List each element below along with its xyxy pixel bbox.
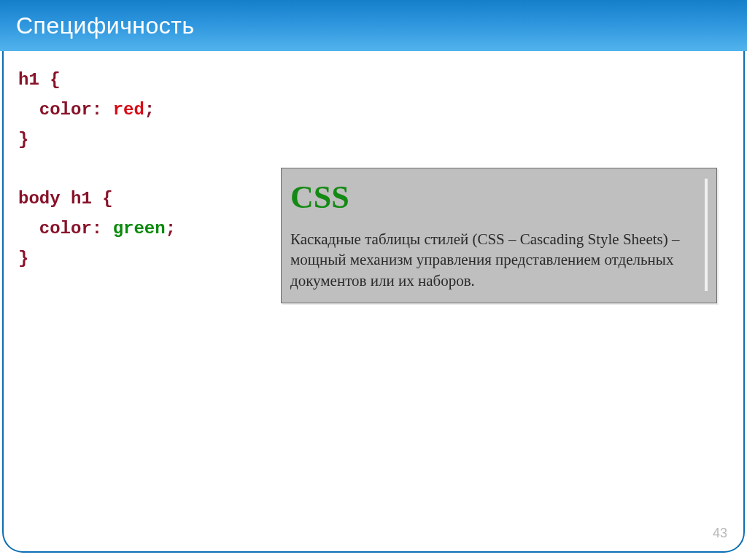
preview-paragraph: Каскадные таблицы стилей (CSS – Cascadin…	[290, 229, 702, 291]
blank-line	[18, 155, 176, 184]
page-number: 43	[713, 526, 727, 541]
slide: Специфичность h1 { color: red; } body h1…	[0, 0, 747, 560]
content-frame: h1 { color: red; } body h1 { color: gree…	[2, 51, 745, 553]
brace-close: }	[18, 130, 28, 149]
selector-body-h1: body h1	[18, 189, 102, 209]
render-preview: CSS Каскадные таблицы стилей (CSS – Casc…	[281, 168, 717, 303]
brace-open: {	[102, 189, 112, 209]
preview-heading: CSS	[290, 179, 702, 216]
css-code-block: h1 { color: red; } body h1 { color: gree…	[18, 66, 176, 274]
title-bar: Специфичность	[0, 0, 747, 51]
code-line: }	[18, 244, 176, 274]
code-line: h1 {	[18, 66, 176, 96]
code-line: }	[18, 125, 176, 155]
property-color: color:	[18, 219, 113, 238]
semicolon: ;	[144, 100, 155, 120]
code-line: color: red;	[18, 96, 176, 125]
selector-h1: h1	[18, 70, 50, 90]
semicolon: ;	[166, 219, 176, 238]
code-line: color: green;	[18, 214, 176, 244]
code-line: body h1 {	[18, 184, 176, 214]
brace-open: {	[50, 70, 60, 90]
slide-title: Специфичность	[16, 12, 195, 39]
brace-close: }	[18, 249, 28, 268]
value-green: green	[113, 219, 166, 238]
value-red: red	[113, 100, 144, 120]
property-color: color:	[18, 100, 113, 120]
preview-inner: CSS Каскадные таблицы стилей (CSS – Casc…	[290, 179, 708, 291]
